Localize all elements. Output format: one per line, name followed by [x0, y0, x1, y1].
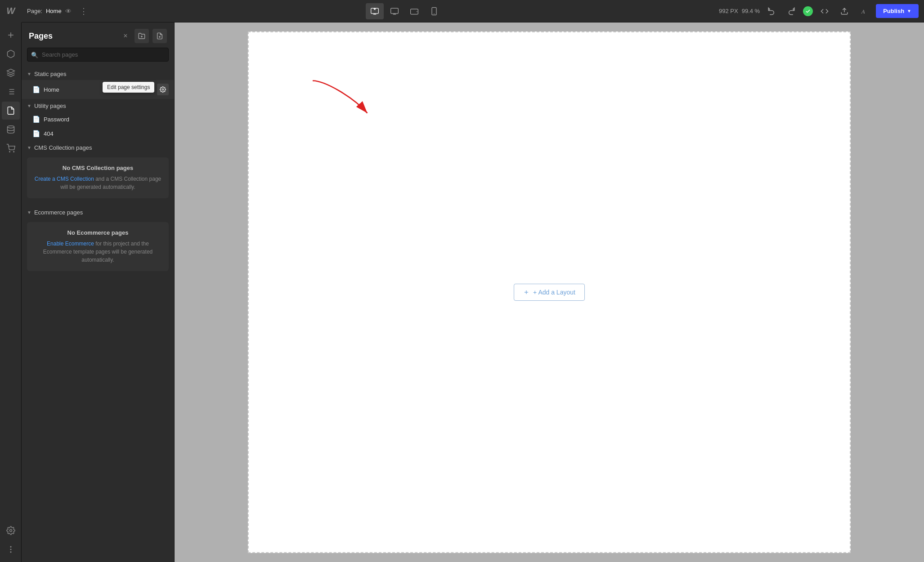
- publish-caret-icon: ▼: [907, 9, 911, 13]
- pages-panel: Pages × 🔍 ▼ Static pages 📄 Home: [22, 22, 175, 562]
- page-item-home[interactable]: 📄 Home Edit page settings: [22, 80, 174, 99]
- svg-point-25: [9, 530, 12, 532]
- svg-point-33: [162, 89, 164, 90]
- canvas-area[interactable]: + Add a Layout: [175, 22, 924, 562]
- static-pages-chevron-icon: ▼: [27, 71, 31, 76]
- panel-header: Pages ×: [22, 22, 174, 48]
- publish-label: Publish: [883, 8, 904, 14]
- page-file-icon: 📄: [32, 116, 40, 123]
- svg-point-23: [9, 152, 10, 152]
- sidebar-item-pages[interactable]: [2, 102, 20, 120]
- device-tablet-landscape-button[interactable]: [405, 3, 423, 19]
- page-item-password[interactable]: 📄 Password: [22, 112, 174, 126]
- cms-pages-chevron-icon: ▼: [27, 145, 31, 150]
- cms-pages-label: CMS Collection pages: [34, 144, 169, 151]
- logo: W: [0, 0, 22, 22]
- add-layout-label: + Add a Layout: [533, 289, 575, 296]
- svg-point-28: [10, 552, 11, 553]
- ecommerce-pages-section-header[interactable]: ▼ Ecommerce pages: [22, 205, 174, 219]
- tooltip-edit-page-settings: Edit page settings: [103, 82, 154, 93]
- cms-create-link[interactable]: Create a CMS Collection: [35, 176, 94, 182]
- device-toolbar: [90, 3, 719, 19]
- sidebar-item-list[interactable]: [2, 83, 20, 101]
- ecommerce-pages-chevron-icon: ▼: [27, 210, 31, 215]
- static-pages-label: Static pages: [34, 71, 169, 77]
- static-pages-section-header[interactable]: ▼ Static pages: [22, 67, 174, 80]
- redo-button[interactable]: [783, 3, 799, 19]
- svg-point-8: [417, 11, 417, 12]
- svg-point-10: [434, 13, 435, 14]
- sidebar-item-database[interactable]: [2, 120, 20, 138]
- export-button[interactable]: [836, 3, 852, 19]
- eye-icon[interactable]: 👁: [65, 8, 72, 15]
- px-value: 992 PX: [719, 8, 738, 14]
- svg-rect-4: [391, 8, 399, 13]
- device-desktop-button[interactable]: [386, 3, 404, 19]
- top-bar: W Page: Home 👁 ⋮: [0, 0, 924, 22]
- more-options-button[interactable]: ⋮: [77, 6, 90, 16]
- add-layout-button[interactable]: + Add a Layout: [514, 284, 585, 301]
- icon-sidebar: [0, 22, 22, 562]
- page-item-404[interactable]: 📄 404: [22, 126, 174, 141]
- ecommerce-empty-box: No Ecommerce pages Enable Ecommerce for …: [27, 222, 169, 271]
- pct-value: 99.4 %: [742, 8, 760, 14]
- ecommerce-pages-label: Ecommerce pages: [34, 209, 169, 216]
- sidebar-item-bottom[interactable]: [2, 540, 20, 558]
- page-settings-button[interactable]: [157, 84, 169, 95]
- sidebar-item-cube[interactable]: [2, 45, 20, 63]
- ecommerce-empty-title: No Ecommerce pages: [34, 229, 161, 236]
- main-layout: Pages × 🔍 ▼ Static pages 📄 Home: [0, 22, 924, 562]
- cms-empty-text: Create a CMS Collection and a CMS Collec…: [34, 175, 161, 191]
- cms-empty-box: No CMS Collection pages Create a CMS Col…: [27, 157, 169, 198]
- sidebar-item-add[interactable]: [2, 26, 20, 44]
- page-name-404: 404: [44, 130, 169, 137]
- canvas-frame: + Add a Layout: [248, 31, 851, 553]
- w-logo-icon: W: [7, 6, 15, 16]
- svg-point-27: [10, 546, 11, 547]
- page-breadcrumb: Page: Home 👁: [22, 8, 77, 15]
- svg-marker-15: [7, 69, 14, 73]
- ecommerce-empty-text: Enable Ecommerce for this project and th…: [34, 240, 161, 264]
- svg-marker-3: [373, 7, 376, 10]
- add-folder-button[interactable]: [135, 29, 149, 43]
- search-bar: 🔍: [27, 48, 169, 62]
- search-input[interactable]: [27, 48, 169, 62]
- add-page-button[interactable]: [153, 29, 167, 43]
- device-tablet-portrait-button[interactable]: [425, 3, 443, 19]
- svg-point-26: [10, 549, 11, 550]
- svg-point-24: [13, 152, 14, 152]
- device-desktop-starred-button[interactable]: [366, 3, 384, 19]
- utility-pages-section-header[interactable]: ▼ Utility pages: [22, 99, 174, 112]
- panel-title: Pages: [29, 31, 117, 41]
- ecommerce-enable-link[interactable]: Enable Ecommerce: [47, 241, 94, 247]
- status-indicator: [803, 6, 813, 16]
- page-file-icon: 📄: [32, 86, 40, 93]
- publish-button[interactable]: Publish ▼: [876, 4, 919, 18]
- svg-text:A: A: [861, 8, 865, 14]
- topbar-right: 992 PX 99.4 % A Publish ▼: [719, 3, 924, 19]
- utility-pages-label: Utility pages: [34, 103, 169, 109]
- sidebar-item-settings[interactable]: [2, 522, 20, 540]
- cms-pages-section-header[interactable]: ▼ CMS Collection pages: [22, 141, 174, 154]
- code-view-button[interactable]: [816, 3, 833, 19]
- sidebar-item-layers[interactable]: [2, 64, 20, 82]
- sidebar-item-cart[interactable]: [2, 139, 20, 157]
- page-label: Page:: [27, 8, 42, 14]
- cms-empty-title: No CMS Collection pages: [34, 165, 161, 171]
- panel-close-button[interactable]: ×: [120, 31, 131, 41]
- undo-button[interactable]: [763, 3, 780, 19]
- page-file-icon: 📄: [32, 130, 40, 137]
- page-name-password: Password: [44, 116, 169, 123]
- font-button[interactable]: A: [856, 3, 872, 19]
- page-name[interactable]: Home: [46, 8, 62, 14]
- utility-pages-chevron-icon: ▼: [27, 103, 31, 108]
- search-icon: 🔍: [31, 51, 38, 58]
- svg-point-22: [7, 126, 14, 128]
